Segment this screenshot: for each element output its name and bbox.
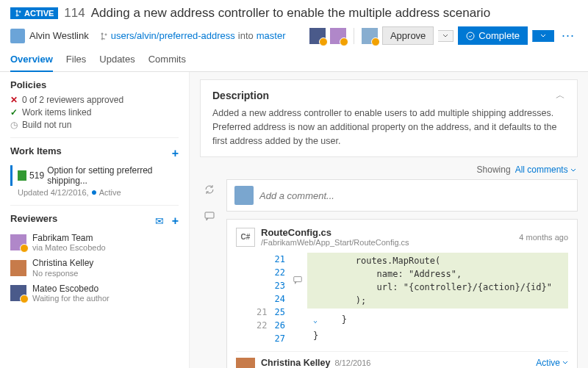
policy-row: ◷Build not run (10, 120, 179, 130)
svg-rect-1 (205, 212, 214, 218)
file-type-icon: C# (236, 228, 255, 247)
tab-commits[interactable]: Commits (148, 49, 186, 71)
target-branch-link[interactable]: master (257, 30, 286, 41)
comment-status-dropdown[interactable]: Active (536, 358, 568, 368)
file-name[interactable]: RouteConfig.cs (261, 227, 409, 238)
avatar (10, 285, 26, 301)
comment-row: Christina Kelley 8/12/2016 Active I thin… (236, 351, 568, 368)
author[interactable]: Alvin Westlink (10, 29, 89, 43)
work-items-title: Work Items (10, 145, 62, 156)
tab-overview[interactable]: Overview (10, 49, 53, 72)
clock-icon: ◷ (10, 120, 18, 130)
policy-row: ✓Work items linked (10, 107, 179, 118)
source-branch-link[interactable]: users/alvin/preferred-address (111, 30, 235, 41)
reviewer-avatar[interactable] (330, 28, 346, 44)
comment-input[interactable] (259, 190, 570, 201)
avatar (10, 234, 26, 250)
state-dot-icon: ● (91, 186, 97, 198)
add-comment-box[interactable] (226, 179, 578, 212)
reviewer-avatar[interactable] (309, 28, 326, 44)
chevron-down-icon (540, 34, 546, 38)
expand-icon[interactable]: ⌄ (313, 316, 318, 324)
new-line-numbers: 21222324252627 (274, 253, 292, 345)
work-item-type-icon (18, 170, 26, 181)
description-card: Description ︿ Added a new address contro… (200, 79, 578, 157)
pr-id: 114 (64, 6, 85, 21)
svg-rect-2 (294, 277, 302, 282)
code-diff: 2122 21222324252627 routes.MapRoute( nam… (257, 253, 568, 345)
reviewer-row[interactable]: Christina KelleyNo response (10, 258, 179, 277)
reviewers-title: Reviewers (10, 213, 57, 224)
branch-icon (99, 32, 108, 40)
file-age: 4 months ago (519, 233, 568, 242)
branch-icon (15, 10, 22, 17)
chevron-down-icon (562, 361, 568, 365)
refresh-icon[interactable] (204, 184, 215, 195)
x-icon: ✕ (10, 95, 18, 105)
line-comment-icon[interactable] (293, 253, 307, 345)
comment-time: 8/12/2016 (334, 358, 370, 367)
avatar (10, 29, 25, 43)
policy-row: ✕0 of 2 reviewers approved (10, 95, 179, 105)
old-line-numbers: 2122 (257, 253, 274, 345)
avatar (236, 358, 255, 368)
collapse-icon[interactable]: ︿ (556, 89, 565, 102)
comment-icon[interactable] (204, 210, 215, 222)
mail-icon[interactable]: ✉ (155, 215, 164, 227)
chevron-down-icon (570, 168, 576, 173)
work-item-row[interactable]: 519 Option for setting preferred shippin… (10, 165, 179, 198)
add-reviewer-button[interactable]: + (172, 214, 179, 227)
more-menu[interactable]: ··· (559, 28, 578, 43)
work-item-bar (10, 165, 12, 186)
approve-button[interactable]: Approve (382, 26, 434, 45)
pr-title: Adding a new address controller to enabl… (91, 6, 490, 21)
divider (354, 28, 354, 44)
tab-files[interactable]: Files (66, 49, 86, 71)
self-avatar[interactable] (362, 28, 378, 44)
tabs: Overview Files Updates Commits (0, 49, 588, 72)
complete-button[interactable]: Complete (458, 26, 528, 45)
check-icon: ✓ (10, 107, 18, 118)
approve-dropdown[interactable] (438, 30, 453, 42)
comment-author[interactable]: Christina Kelley (261, 358, 330, 368)
description-title: Description (212, 90, 269, 101)
avatar (234, 186, 254, 205)
status-badge: ACTIVE (10, 7, 58, 19)
branch-info: users/alvin/preferred-address into maste… (99, 30, 286, 41)
file-thread-card: C# RouteConfig.cs /FabrikamWeb/App_Start… (226, 219, 578, 368)
reviewer-row[interactable]: Fabrikam Teamvia Mateo Escobedo (10, 233, 179, 252)
file-path: /FabrikamWeb/App_Start/RouteConfig.cs (261, 238, 409, 247)
policies-title: Policies (10, 79, 179, 90)
complete-dropdown[interactable] (532, 30, 554, 42)
complete-icon (466, 32, 475, 40)
avatar (10, 260, 26, 276)
reviewer-row[interactable]: Mateo EscobedoWaiting for the author (10, 284, 179, 303)
add-work-item-button[interactable]: + (172, 147, 179, 160)
tab-updates[interactable]: Updates (99, 49, 135, 71)
comment-filter[interactable]: All comments (515, 165, 576, 175)
svg-point-0 (467, 32, 474, 40)
showing-label: Showing (477, 165, 511, 175)
description-body: Added a new address controller to enable… (212, 107, 565, 148)
chevron-down-icon (442, 34, 448, 38)
